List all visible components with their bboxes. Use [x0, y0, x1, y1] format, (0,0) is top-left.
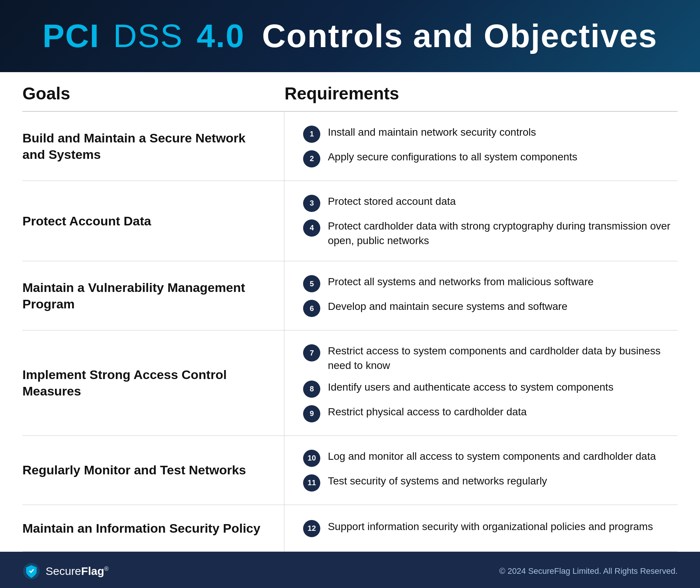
req-cell-5: 12Support information security with orga…	[284, 505, 678, 551]
page-title: PCI DSS 4.0 Controls and Objectives	[22, 18, 678, 54]
table-row: Maintain a Vulnerability Management Prog…	[22, 261, 678, 330]
footer-logo-text: SecureFlag®	[46, 565, 109, 578]
req-cell-4: 10Log and monitor all access to system c…	[284, 436, 678, 505]
requirement-item: 1Install and maintain network security c…	[303, 125, 678, 143]
req-badge-7: 7	[303, 344, 320, 361]
req-text-7: Restrict access to system components and…	[328, 344, 678, 373]
goal-cell-0: Build and Maintain a Secure Network and …	[22, 112, 284, 181]
requirement-item: 12Support information security with orga…	[303, 519, 678, 537]
req-text-1: Install and maintain network security co…	[328, 125, 678, 139]
req-text-9: Restrict physical access to cardholder d…	[328, 404, 678, 419]
requirement-item: 9Restrict physical access to cardholder …	[303, 404, 678, 422]
header: PCI DSS 4.0 Controls and Objectives	[0, 0, 700, 72]
req-badge-4: 4	[303, 219, 320, 237]
req-text-6: Develop and maintain secure systems and …	[328, 299, 678, 314]
table-body: Build and Maintain a Secure Network and …	[22, 112, 678, 552]
req-cell-2: 5Protect all systems and networks from m…	[284, 261, 678, 330]
footer-logo: SecureFlag®	[22, 562, 109, 580]
req-badge-10: 10	[303, 450, 320, 467]
requirement-item: 2Apply secure configurations to all syst…	[303, 150, 678, 167]
req-text-10: Log and monitor all access to system com…	[328, 449, 678, 464]
req-text-12: Support information security with organi…	[328, 519, 678, 534]
req-cell-3: 7Restrict access to system components an…	[284, 330, 678, 435]
footer-copyright: © 2024 SecureFlag Limited. All Rights Re…	[499, 566, 678, 576]
requirement-item: 11Test security of systems and networks …	[303, 474, 678, 492]
main-content: Goals Requirements Build and Maintain a …	[0, 72, 700, 552]
requirement-item: 8Identify users and authenticate access …	[303, 380, 678, 398]
table-row: Regularly Monitor and Test Networks10Log…	[22, 436, 678, 505]
version-label: 4.0	[197, 17, 244, 54]
requirement-item: 6Develop and maintain secure systems and…	[303, 299, 678, 317]
req-text-4: Protect cardholder data with strong cryp…	[328, 219, 678, 248]
requirement-item: 5Protect all systems and networks from m…	[303, 274, 678, 292]
req-badge-8: 8	[303, 381, 320, 398]
req-badge-9: 9	[303, 405, 320, 422]
dss-label: DSS	[113, 17, 183, 54]
goal-text-5: Maintain an Information Security Policy	[22, 520, 260, 536]
requirement-item: 3Protect stored account data	[303, 194, 678, 212]
req-cell-0: 1Install and maintain network security c…	[284, 112, 678, 181]
req-text-11: Test security of systems and networks re…	[328, 474, 678, 488]
goal-text-1: Protect Account Data	[22, 213, 151, 229]
req-badge-12: 12	[303, 520, 320, 537]
req-cell-1: 3Protect stored account data4Protect car…	[284, 181, 678, 261]
goals-column-header: Goals	[22, 83, 284, 104]
goal-text-2: Maintain a Vulnerability Management Prog…	[22, 279, 269, 312]
req-badge-6: 6	[303, 300, 320, 317]
req-badge-11: 11	[303, 474, 320, 492]
table-header: Goals Requirements	[22, 72, 678, 112]
goal-cell-4: Regularly Monitor and Test Networks	[22, 436, 284, 505]
table-row: Build and Maintain a Secure Network and …	[22, 112, 678, 181]
controls-label: Controls and Objectives	[262, 17, 657, 54]
req-text-5: Protect all systems and networks from ma…	[328, 274, 678, 289]
table-row: Implement Strong Access Control Measures…	[22, 330, 678, 435]
requirement-item: 4Protect cardholder data with strong cry…	[303, 219, 678, 248]
req-text-2: Apply secure configurations to all syste…	[328, 150, 678, 164]
goal-cell-3: Implement Strong Access Control Measures	[22, 330, 284, 435]
requirement-item: 7Restrict access to system components an…	[303, 344, 678, 373]
req-badge-5: 5	[303, 275, 320, 292]
secureflag-icon	[22, 562, 40, 580]
requirement-item: 10Log and monitor all access to system c…	[303, 449, 678, 467]
goal-cell-2: Maintain a Vulnerability Management Prog…	[22, 261, 284, 330]
footer: SecureFlag® © 2024 SecureFlag Limited. A…	[0, 552, 700, 588]
requirements-column-header: Requirements	[284, 83, 678, 104]
req-badge-2: 2	[303, 150, 320, 167]
req-text-8: Identify users and authenticate access t…	[328, 380, 678, 394]
pci-label: PCI	[43, 17, 100, 54]
goal-text-4: Regularly Monitor and Test Networks	[22, 462, 246, 478]
goal-text-3: Implement Strong Access Control Measures	[22, 366, 269, 399]
goal-cell-1: Protect Account Data	[22, 181, 284, 261]
goal-cell-5: Maintain an Information Security Policy	[22, 505, 284, 551]
req-text-3: Protect stored account data	[328, 194, 678, 209]
req-badge-3: 3	[303, 195, 320, 212]
req-badge-1: 1	[303, 126, 320, 143]
table-row: Protect Account Data3Protect stored acco…	[22, 181, 678, 261]
goal-text-0: Build and Maintain a Secure Network and …	[22, 130, 269, 163]
table-row: Maintain an Information Security Policy1…	[22, 505, 678, 552]
